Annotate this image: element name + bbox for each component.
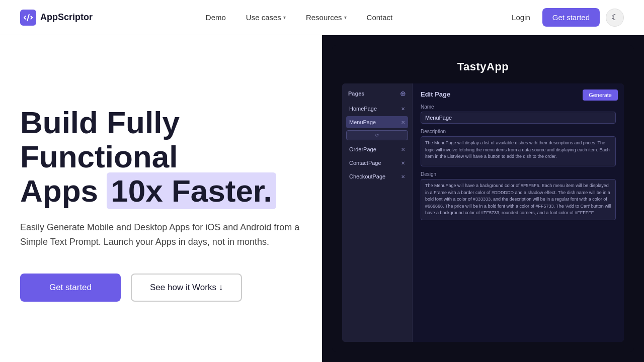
nav-contact[interactable]: Contact — [359, 9, 401, 26]
page-options-icon: ✕ — [401, 174, 405, 179]
design-field[interactable]: The MenuPage will have a background colo… — [421, 179, 616, 220]
page-item-contactpage[interactable]: ContactPage ✕ — [346, 157, 408, 169]
app-name: TastyApp — [457, 60, 509, 73]
nav-get-started-button[interactable]: Get started — [542, 8, 600, 27]
page-options-icon: ✕ — [401, 147, 405, 152]
page-options-icon: ✕ — [401, 120, 405, 125]
brand-icon — [20, 10, 36, 26]
hero-section: Build Fully Functional Apps 10x Faster. … — [0, 35, 322, 362]
page-options-icon: ✕ — [401, 106, 405, 112]
login-button[interactable]: Login — [506, 9, 536, 26]
app-preview: TastyApp Pages ⊕ HomePage ✕ MenuPage ✕ — [332, 45, 634, 352]
page-options-icon: ✕ — [401, 160, 405, 166]
brand-name: AppScriptor — [40, 12, 93, 23]
generate-button[interactable]: Generate — [583, 89, 618, 101]
theme-icon: ☾ — [611, 13, 618, 22]
sidebar-pages-label: Pages — [348, 90, 364, 97]
brand-logo[interactable]: AppScriptor — [20, 10, 93, 26]
nav-actions: Login Get started ☾ — [506, 8, 624, 27]
nav-demo[interactable]: Demo — [198, 9, 234, 26]
design-label: Design — [421, 171, 616, 177]
page-item-checkoutpage[interactable]: CheckoutPage ✕ — [346, 170, 408, 183]
pages-sidebar: Pages ⊕ HomePage ✕ MenuPage ✕ ⟳ — [342, 83, 413, 342]
sidebar-header: Pages ⊕ — [346, 89, 408, 98]
name-label: Name — [421, 104, 616, 110]
nav-resources[interactable]: Resources ▾ — [298, 9, 355, 26]
chevron-down-icon: ▾ — [283, 15, 286, 20]
main-container: Build Fully Functional Apps 10x Faster. … — [0, 35, 644, 362]
app-inner: Pages ⊕ HomePage ✕ MenuPage ✕ ⟳ — [342, 83, 624, 342]
chevron-down-icon: ▾ — [344, 15, 347, 20]
app-title-bar: TastyApp — [342, 60, 624, 73]
see-how-it-works-button[interactable]: See how it Works ↓ — [131, 274, 242, 302]
hero-highlight: 10x Faster. — [107, 172, 276, 209]
add-page-button[interactable]: ⊕ — [400, 89, 406, 98]
cta-buttons: Get started See how it Works ↓ — [20, 274, 302, 302]
nav-use-cases[interactable]: Use cases ▾ — [238, 9, 294, 26]
hero-title: Build Fully Functional Apps 10x Faster. — [20, 106, 302, 209]
page-item-menupage[interactable]: MenuPage ✕ — [346, 116, 408, 128]
get-started-button[interactable]: Get started — [20, 274, 121, 302]
page-item-orderpage[interactable]: OrderPage ✕ — [346, 143, 408, 155]
description-field[interactable]: The MenuPage will display a list of avai… — [421, 136, 616, 166]
theme-toggle-button[interactable]: ☾ — [606, 9, 624, 27]
page-name-field[interactable]: MenuPage — [421, 112, 616, 124]
nav-links: Demo Use cases ▾ Resources ▾ Contact — [198, 9, 400, 26]
hero-subtitle: Easily Generate Mobile and Desktop Apps … — [20, 220, 302, 249]
description-label: Description — [421, 129, 616, 134]
page-name-input[interactable]: ⟳ — [346, 130, 408, 140]
navbar: AppScriptor Demo Use cases ▾ Resources ▾… — [0, 0, 644, 35]
app-preview-section: TastyApp Pages ⊕ HomePage ✕ MenuPage ✕ — [322, 35, 644, 362]
edit-panel: Edit Page Generate Name MenuPage Descrip… — [413, 83, 624, 342]
page-item-homepage[interactable]: HomePage ✕ — [346, 103, 408, 115]
